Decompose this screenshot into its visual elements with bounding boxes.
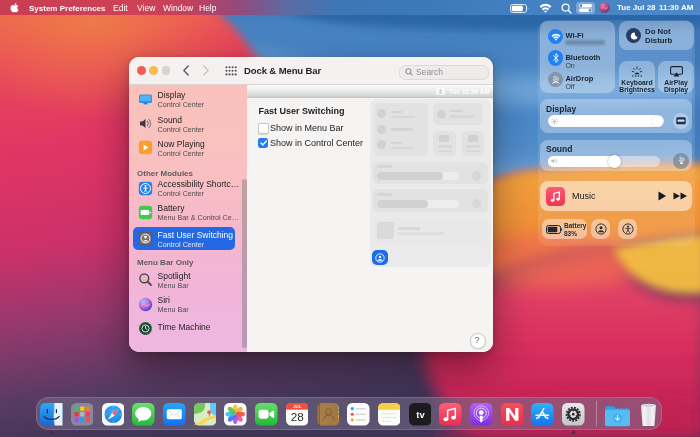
svg-text:tv: tv — [416, 410, 425, 420]
svg-text:28: 28 — [291, 410, 304, 423]
svg-text:JUL: JUL — [293, 404, 301, 409]
